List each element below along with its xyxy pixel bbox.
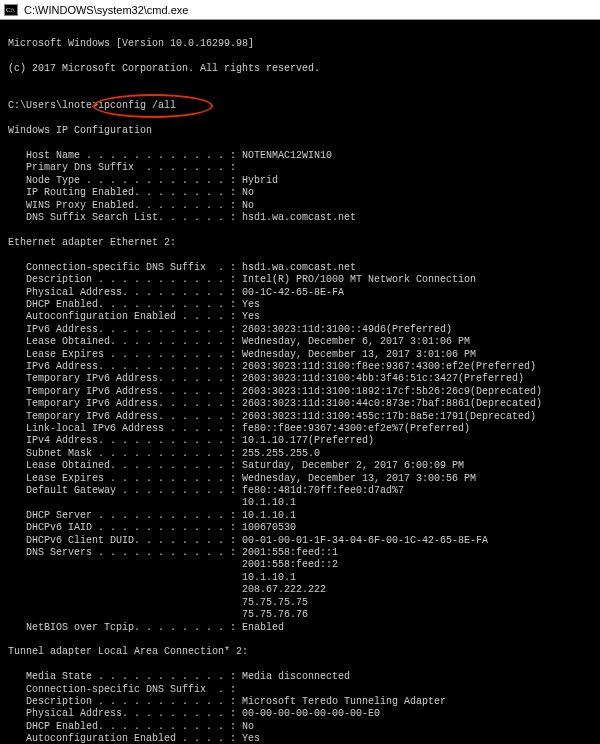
section-header: Windows IP Configuration: [8, 125, 152, 136]
banner-line: Microsoft Windows [Version 10.0.16299.98…: [8, 38, 592, 50]
tun-block: Media State . . . . . . . . . . . : Medi…: [8, 671, 446, 744]
svg-text:C:\: C:\: [6, 6, 15, 14]
section-header: Ethernet adapter Ethernet 2:: [8, 237, 176, 248]
prompt-path: C:\Users\lnote>: [8, 100, 98, 111]
section-header: Tunnel adapter Local Area Connection* 2:: [8, 646, 248, 657]
window-title: C:\WINDOWS\system32\cmd.exe: [24, 4, 596, 16]
cmd-window: C:\ C:\WINDOWS\system32\cmd.exe Microsof…: [0, 0, 600, 744]
terminal-output[interactable]: Microsoft Windows [Version 10.0.16299.98…: [0, 20, 600, 744]
winip-block: Host Name . . . . . . . . . . . . : NOTE…: [8, 150, 356, 223]
banner-line: (c) 2017 Microsoft Corporation. All righ…: [8, 63, 592, 75]
prompt-command: ipconfig /all: [98, 100, 176, 111]
prompt-line: C:\Users\lnote>ipconfig /all: [8, 100, 176, 112]
eth-block: Connection-specific DNS Suffix . : hsd1.…: [8, 262, 542, 633]
cmd-icon: C:\: [4, 3, 18, 17]
titlebar[interactable]: C:\ C:\WINDOWS\system32\cmd.exe: [0, 0, 600, 20]
